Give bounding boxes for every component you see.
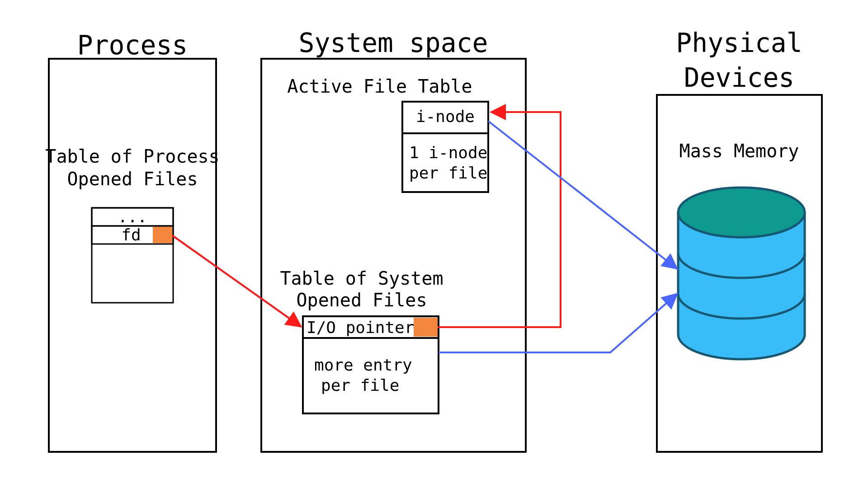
sof-note-l2: per file — [321, 376, 399, 394]
phys-title-l1: Physical — [676, 28, 802, 58]
process-table-row0: ... — [118, 207, 147, 226]
aft-title: Active File Table — [287, 76, 472, 97]
sof-title-l1: Table of System — [280, 268, 443, 289]
system-opened-files-table: I/O pointer more entry per file — [303, 316, 439, 413]
process-box — [49, 59, 216, 452]
process-subtitle-l2: Opened Files — [67, 169, 198, 189]
svg-point-7 — [678, 188, 805, 237]
process-table-row1: fd — [121, 225, 141, 244]
sof-note-l1: more entry — [314, 356, 412, 374]
process-title: Process — [77, 30, 188, 61]
active-file-table: i-node 1 i-node per file — [402, 102, 488, 192]
inode-label: i-node — [416, 107, 475, 126]
inode-note-l2: per file — [409, 164, 487, 182]
inode-note-l1: 1 i-node — [409, 143, 487, 162]
arrow-sof-to-disk — [439, 294, 677, 352]
process-subtitle-l1: Table of Process — [45, 146, 219, 167]
io-pointer-label: I/O pointer — [307, 318, 414, 337]
mass-memory-label: Mass Memory — [679, 141, 799, 161]
sof-title-l2: Opened Files — [297, 290, 427, 310]
arrow-inode-to-disk — [488, 121, 677, 269]
system-title: System space — [298, 28, 488, 58]
fd-handle — [153, 227, 172, 243]
database-icon — [678, 188, 805, 359]
phys-title-l2: Devices — [684, 62, 794, 93]
process-open-files-table: ... fd — [92, 207, 173, 303]
io-pointer-handle — [414, 318, 438, 337]
